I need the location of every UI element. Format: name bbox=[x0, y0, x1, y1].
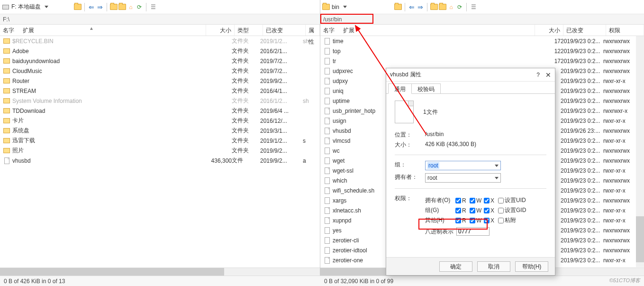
cancel-button[interactable]: 取消 bbox=[477, 261, 510, 272]
right-header[interactable]: 名字扩展 大小 已改变 权限 bbox=[320, 25, 644, 36]
refresh-icon[interactable]: ⟳ bbox=[456, 3, 463, 11]
list-item[interactable]: Adobe文件夹2016/2/1... bbox=[0, 46, 320, 56]
home-icon[interactable]: ⌂ bbox=[447, 3, 455, 11]
ok-button[interactable]: 确定 bbox=[439, 261, 472, 272]
list-item[interactable]: 照片文件夹2019/9/2... bbox=[0, 146, 320, 156]
folder-icon[interactable] bbox=[430, 3, 438, 11]
list-item[interactable]: time172019/9/23 0:2...rwxrwxrwx bbox=[320, 36, 644, 46]
file-icon bbox=[323, 117, 331, 125]
setgid-checkbox[interactable]: 设置GID bbox=[498, 206, 536, 214]
refresh-icon[interactable]: ⟳ bbox=[136, 3, 143, 11]
list-item[interactable]: tr172019/9/23 0:2...rwxrwxrwx bbox=[320, 56, 644, 66]
file-name: 卡片 bbox=[12, 117, 203, 125]
owner-r-checkbox[interactable]: R bbox=[455, 197, 470, 204]
link-icon bbox=[323, 197, 331, 204]
file-large-icon bbox=[395, 101, 414, 123]
list-item[interactable]: vhusbd436,300文件2019/9/2...a bbox=[0, 156, 320, 166]
drive-selector[interactable]: bin bbox=[322, 3, 393, 11]
tab-general[interactable]: 通用 bbox=[388, 83, 412, 94]
owner-x-checkbox[interactable]: X bbox=[484, 197, 498, 204]
owner-w-checkbox[interactable]: W bbox=[470, 197, 484, 204]
dialog-titlebar[interactable]: vhusbd 属性 ? ✕ bbox=[386, 68, 555, 82]
nav-back-icon[interactable]: ⇐ bbox=[408, 3, 416, 11]
drive-label: F: 本地磁盘 bbox=[11, 3, 41, 11]
nav-back-icon[interactable]: ⇐ bbox=[88, 3, 95, 11]
folder-icon[interactable] bbox=[439, 3, 446, 11]
dir-icon bbox=[3, 77, 10, 85]
left-toolbar: F: 本地磁盘 ⇐ ⇒ ⌂ ⟳ ☰ bbox=[0, 0, 320, 14]
dir-icon bbox=[3, 37, 10, 45]
list-item[interactable]: 卡片文件夹2016/12/... bbox=[0, 116, 320, 126]
folder-open-icon[interactable] bbox=[74, 3, 82, 11]
group-r-checkbox[interactable]: R bbox=[455, 207, 470, 214]
dir-icon bbox=[3, 107, 10, 115]
setuid-checkbox[interactable]: 设置UID bbox=[498, 196, 536, 204]
file-icon bbox=[323, 217, 331, 224]
dir-icon bbox=[3, 127, 10, 135]
list-item[interactable]: TDDownload文件夹2019/6/4 ... bbox=[0, 106, 320, 116]
list-item[interactable]: $RECYCLE.BIN文件夹2019/1/2...sh bbox=[0, 36, 320, 46]
close-icon[interactable]: ✕ bbox=[545, 71, 551, 79]
v-scrollbar[interactable] bbox=[636, 36, 644, 267]
tree-icon[interactable]: ☰ bbox=[470, 3, 477, 11]
dropdown-icon bbox=[45, 6, 48, 8]
file-name: vhusbd bbox=[12, 157, 203, 164]
statusbar: 0 B of 426 KiB in 0 of 13 0 B of 32,090 … bbox=[0, 276, 644, 286]
h-scrollbar[interactable] bbox=[0, 268, 320, 276]
size-value: 426 KiB (436,300 B) bbox=[425, 141, 546, 149]
list-item[interactable]: 迅雷下载文件夹2019/1/2...s bbox=[0, 136, 320, 146]
file-count: 1文件 bbox=[423, 108, 438, 116]
nav-fwd-icon[interactable]: ⇒ bbox=[96, 3, 104, 11]
highlight-path bbox=[320, 14, 373, 24]
folder-icon[interactable] bbox=[110, 3, 118, 11]
help-icon[interactable]: ? bbox=[536, 72, 540, 78]
dir-icon bbox=[3, 67, 10, 75]
tab-checksum[interactable]: 校验码 bbox=[411, 83, 441, 93]
group-w-checkbox[interactable]: W bbox=[470, 207, 484, 214]
drive-label: bin bbox=[332, 4, 339, 10]
file-name: Adobe bbox=[12, 48, 203, 55]
group-x-checkbox[interactable]: X bbox=[484, 207, 498, 214]
list-item[interactable]: baiduyundownload文件夹2019/7/2... bbox=[0, 56, 320, 66]
file-icon bbox=[323, 167, 331, 175]
tree-icon[interactable]: ☰ bbox=[149, 3, 157, 11]
file-name: 系统盘 bbox=[12, 127, 203, 135]
left-header[interactable]: 名字扩展 大小 类型 已改变 属性 bbox=[0, 25, 320, 36]
help-button[interactable]: 帮助(H) bbox=[515, 261, 548, 272]
file-name: 迅雷下载 bbox=[12, 137, 203, 145]
file-icon bbox=[323, 207, 331, 214]
properties-dialog: vhusbd 属性 ? ✕ 通用 校验码 1文件 位置：/usr/bin 大小：… bbox=[386, 68, 555, 276]
owner-select[interactable]: root bbox=[425, 173, 501, 183]
link-icon bbox=[323, 177, 331, 185]
home-icon[interactable]: ⌂ bbox=[127, 3, 135, 11]
folder-icon[interactable] bbox=[118, 3, 126, 11]
file-name: $RECYCLE.BIN bbox=[12, 38, 203, 45]
group-select[interactable]: root bbox=[425, 161, 501, 170]
list-item[interactable]: System Volume Information文件夹2016/1/2...s… bbox=[0, 96, 320, 106]
nav-fwd-icon[interactable]: ⇒ bbox=[417, 3, 424, 11]
dir-icon bbox=[3, 87, 10, 95]
list-item[interactable]: CloudMusic文件夹2019/7/2... bbox=[0, 66, 320, 76]
folder-open-icon[interactable] bbox=[394, 3, 402, 11]
file-icon bbox=[323, 137, 331, 145]
watermark: ©51CTO博客 bbox=[609, 277, 640, 284]
list-item[interactable]: STREAM文件夹2016/4/1... bbox=[0, 86, 320, 96]
dialog-title: vhusbd 属性 bbox=[390, 71, 421, 79]
left-pathbar[interactable]: F:\ bbox=[0, 14, 320, 25]
dialog-footer: 确定 取消 帮助(H) bbox=[386, 257, 555, 275]
dir-icon bbox=[3, 117, 10, 125]
link-icon bbox=[323, 67, 331, 75]
file-name: TDDownload bbox=[12, 108, 203, 114]
dir-icon bbox=[3, 97, 10, 105]
list-item[interactable]: 系统盘文件夹2019/3/1... bbox=[0, 126, 320, 136]
link-icon bbox=[323, 97, 331, 105]
list-item[interactable]: Router文件夹2019/9/2... bbox=[0, 76, 320, 86]
sticky-checkbox[interactable]: 粘附 bbox=[498, 216, 536, 224]
highlight-octal bbox=[418, 219, 488, 230]
dropdown-icon bbox=[343, 6, 347, 8]
drive-selector[interactable]: F: 本地磁盘 bbox=[2, 3, 73, 11]
file-name: Router bbox=[12, 78, 203, 84]
link-icon bbox=[323, 57, 331, 65]
list-item[interactable]: top122019/9/23 0:2...rwxrwxrwx bbox=[320, 46, 644, 56]
dir-icon bbox=[3, 147, 10, 155]
